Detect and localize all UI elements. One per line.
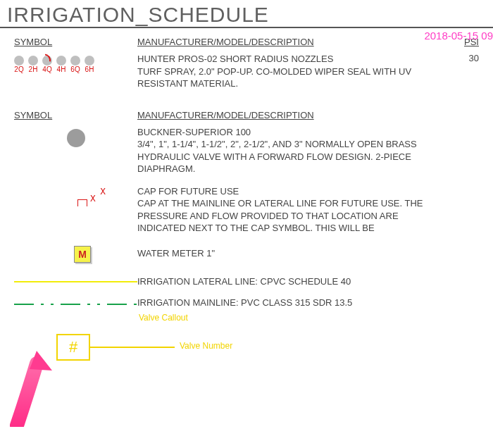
valve-number-block: # Valve Number [14,328,479,371]
nozzle-desc: HUNTER PROS-02 SHORT RADIUS NOZZLES TURF… [137,53,444,90]
page-title: IRRIGATION_SCHEDULE [0,0,493,28]
nozzle-2q: 2Q [14,56,24,73]
row-valve: BUCKNER-SUPERIOR 100 3/4", 1", 1-1/4", 1… [14,126,479,175]
header-row-2: SYMBOL MANUFACTURER/MODEL/DESCRIPTION [14,110,479,120]
timestamp: 2018-05-15 09 [424,30,493,42]
valve-number-line [90,347,175,348]
valve-desc: BUCKNER-SUPERIOR 100 3/4", 1", 1-1/4", 1… [137,126,444,175]
cap-desc: CAP FOR FUTURE USE CAP AT THE MAINLINE O… [137,185,444,235]
header-row-1: SYMBOL MANUFACTURER/MODEL/DESCRIPTION PS… [14,37,479,47]
nozzle-symbols: 2Q 2H 4Q 4H 6Q 6H [14,53,137,73]
lateral-desc: IRRIGATION LATERAL LINE: CPVC SCHEDULE 4… [137,273,444,288]
header-desc-2: MANUFACTURER/MODEL/DESCRIPTION [137,110,444,120]
cap-symbol: X X [77,188,137,205]
nozzle-4h: 4H [56,56,66,73]
nozzle-psi: 30 [444,53,479,63]
row-cap: X X CAP FOR FUTURE USE CAP AT THE MAINLI… [14,185,479,235]
meter-symbol: M [74,246,91,263]
mainline-symbol [14,299,137,309]
valve-number-box: # [56,334,90,361]
nozzle-2h: 2H [28,56,38,73]
row-mainline: IRRIGATION MAINLINE: PVC CLASS 315 SDR 1… [14,295,479,311]
nozzle-4q: 4Q [42,56,52,73]
row-lateral: IRRIGATION LATERAL LINE: CPVC SCHEDULE 4… [14,273,479,288]
schedule-table: SYMBOL MANUFACTURER/MODEL/DESCRIPTION PS… [0,37,493,371]
lateral-line-symbol [14,281,137,282]
valve-dot-icon [67,129,85,147]
header-desc: MANUFACTURER/MODEL/DESCRIPTION [137,37,444,47]
meter-desc: WATER METER 1" [137,244,444,260]
row-nozzles: 2Q 2H 4Q 4H 6Q 6H HUNTER PROS-02 SHORT R… [14,53,479,90]
nozzle-6q: 6Q [70,56,80,73]
row-valve-callout: Valve Callout [14,311,479,323]
valve-number-label: Valve Number [180,341,232,351]
row-meter: M WATER METER 1" [14,244,479,263]
header-symbol-2: SYMBOL [14,110,137,120]
valve-callout-label: Valve Callout [139,313,188,323]
nozzle-6h: 6H [85,56,94,73]
header-symbol: SYMBOL [14,37,137,47]
mainline-desc: IRRIGATION MAINLINE: PVC CLASS 315 SDR 1… [137,295,444,309]
